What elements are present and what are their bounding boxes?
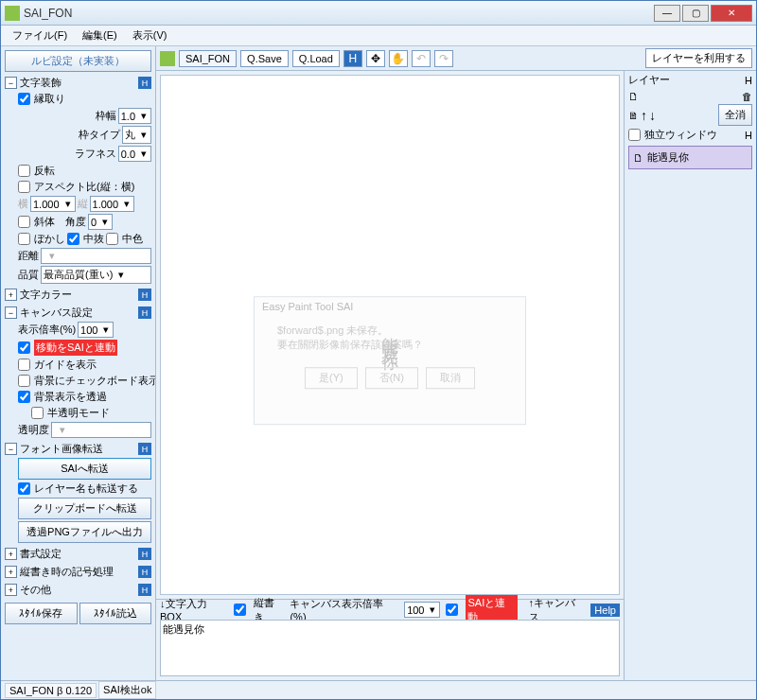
bg-trans-label: 背景表示を透過: [34, 390, 107, 404]
layer-up-icon[interactable]: ↑: [641, 108, 647, 123]
ruby-settings-button[interactable]: ルビ設定（未実装）: [5, 50, 151, 72]
flip-label: 反転: [34, 164, 55, 178]
roughness-label: ラフネス: [75, 147, 116, 161]
font-transfer-label: フォント画像転送: [20, 442, 138, 456]
document-tab[interactable]: SAI_FON: [179, 50, 237, 67]
section-text-decoration[interactable]: − 文字装飾 H: [5, 76, 151, 90]
style-save-button[interactable]: ｽﾀｲﾙ保存: [5, 603, 78, 624]
independent-window-label: 独立ウィンドウ: [644, 128, 717, 142]
help-badge[interactable]: H: [138, 77, 151, 89]
menu-file[interactable]: ファイル(F): [5, 26, 75, 44]
aspect-label: アスペクト比(縦：横): [34, 180, 134, 194]
distance-label: 距離: [18, 249, 39, 263]
use-layer-button[interactable]: レイヤーを利用する: [645, 48, 752, 68]
opacity-combo[interactable]: ▾: [51, 422, 151, 438]
minimize-button[interactable]: —: [654, 5, 680, 22]
border-type-combo[interactable]: 丸▾: [122, 126, 151, 144]
roughness-combo[interactable]: 0.0▾: [118, 146, 151, 162]
sai-link-checkbox[interactable]: [446, 604, 458, 616]
aspect-wide-combo[interactable]: 1.000▾: [30, 196, 76, 212]
section-tate-symbol[interactable]: + 縦書き時の記号処理 H: [5, 565, 151, 579]
flip-checkbox[interactable]: [18, 165, 30, 177]
help-badge[interactable]: H: [138, 548, 151, 560]
semi-trans-checkbox[interactable]: [31, 407, 44, 419]
section-other[interactable]: + その他 H: [5, 583, 151, 597]
qsave-button[interactable]: Q.Save: [240, 50, 289, 67]
move-tool-icon[interactable]: ✥: [366, 50, 385, 67]
section-text-color[interactable]: + 文字カラー H: [5, 288, 151, 302]
app-icon-small: [160, 51, 175, 66]
aspect-tall-combo[interactable]: 1.000▾: [90, 196, 135, 212]
vertical-checkbox[interactable]: [234, 604, 246, 616]
help-button[interactable]: Help: [590, 604, 620, 617]
bg-checker-label: 背景にチェックボード表示: [34, 374, 156, 388]
bg-trans-checkbox[interactable]: [18, 391, 30, 403]
show-guide-checkbox[interactable]: [18, 359, 30, 371]
h-toggle-icon[interactable]: H: [343, 50, 362, 67]
canvas[interactable]: 能遇見你 Easy Paint Tool SAI $forward$.png 未…: [160, 75, 620, 595]
duplicate-layer-icon[interactable]: 🗎: [628, 110, 639, 121]
undo-icon[interactable]: ↶: [412, 50, 431, 67]
help-badge[interactable]: H: [138, 289, 151, 301]
aspect-checkbox[interactable]: [18, 181, 30, 193]
expand-icon[interactable]: +: [5, 289, 17, 301]
maximize-button[interactable]: ▢: [682, 5, 709, 22]
display-zoom-combo[interactable]: 100▾: [78, 322, 114, 338]
send-layer-name-checkbox[interactable]: [18, 482, 30, 495]
expand-icon[interactable]: +: [5, 548, 17, 560]
layer-panel-title: レイヤー: [628, 73, 745, 87]
send-clipboard-button[interactable]: クリップボードへ転送: [18, 498, 151, 519]
layer-down-icon[interactable]: ↓: [649, 108, 656, 123]
section-font-transfer[interactable]: − フォント画像転送 H: [5, 442, 151, 456]
distance-combo[interactable]: ▾: [41, 248, 151, 264]
redo-icon[interactable]: ↷: [434, 50, 453, 67]
hand-tool-icon[interactable]: ✋: [389, 50, 408, 67]
independent-window-checkbox[interactable]: [628, 129, 641, 141]
border-type-label: 枠タイプ: [79, 128, 120, 142]
midcolor-checkbox[interactable]: [106, 233, 118, 245]
help-badge[interactable]: H: [745, 75, 752, 86]
style-load-button[interactable]: ｽﾀｲﾙ読込: [79, 603, 152, 624]
link-move-checkbox[interactable]: [18, 341, 30, 354]
hollow-checkbox[interactable]: [67, 233, 79, 245]
send-to-sai-button[interactable]: SAIへ転送: [18, 458, 151, 480]
help-badge[interactable]: H: [745, 130, 752, 141]
border-checkbox[interactable]: [18, 93, 30, 105]
new-layer-icon[interactable]: 🗋: [628, 91, 639, 102]
link-move-label: 移動をSAIと連動: [34, 340, 117, 356]
help-badge[interactable]: H: [138, 584, 151, 596]
help-badge[interactable]: H: [138, 306, 151, 319]
ghost-msg-1: $forward$.png 未保存。: [277, 324, 502, 338]
left-sidebar: ルビ設定（未実装） − 文字装飾 H 縁取り 枠幅 1.0▾ 枠タイプ 丸▾ ラ…: [1, 46, 156, 680]
blur-checkbox[interactable]: [18, 233, 30, 245]
italic-angle-combo[interactable]: 0▾: [88, 214, 113, 230]
help-badge[interactable]: H: [138, 443, 151, 455]
close-button[interactable]: ✕: [711, 5, 752, 22]
tate-symbol-label: 縦書き時の記号処理: [20, 565, 138, 579]
delete-layer-icon[interactable]: 🗑: [742, 91, 752, 102]
menu-view[interactable]: 表示(V): [125, 26, 175, 44]
collapse-icon[interactable]: −: [5, 443, 17, 455]
layer-thumb-icon: 🗋: [633, 152, 643, 164]
help-badge[interactable]: H: [138, 566, 151, 578]
section-canvas-setting[interactable]: − キャンバス設定 H: [5, 306, 151, 320]
menubar: ファイル(F) 編集(E) 表示(V): [1, 26, 756, 46]
italic-checkbox[interactable]: [18, 216, 30, 228]
expand-icon[interactable]: +: [5, 584, 17, 596]
section-format-setting[interactable]: + 書式設定 H: [5, 547, 151, 561]
clear-all-button[interactable]: 全消: [718, 104, 752, 126]
other-label: その他: [20, 583, 138, 597]
border-width-combo[interactable]: 1.0▾: [118, 108, 151, 124]
export-png-button[interactable]: 透過PNGファイルへ出力: [18, 521, 151, 543]
menu-edit[interactable]: 編集(E): [75, 26, 125, 44]
canvas-zoom-combo[interactable]: 100▾: [404, 602, 440, 618]
collapse-icon[interactable]: −: [5, 77, 17, 89]
expand-icon[interactable]: +: [5, 566, 17, 578]
layer-item[interactable]: 🗋 能遇見你: [628, 146, 752, 169]
text-input[interactable]: 能遇見你: [160, 620, 620, 676]
quality-combo[interactable]: 最高品質(重い)▾: [41, 266, 151, 284]
qload-button[interactable]: Q.Load: [292, 50, 340, 67]
collapse-icon[interactable]: −: [5, 306, 17, 319]
bg-checker-checkbox[interactable]: [18, 375, 30, 387]
ghost-cancel-button: 取消: [426, 367, 475, 389]
